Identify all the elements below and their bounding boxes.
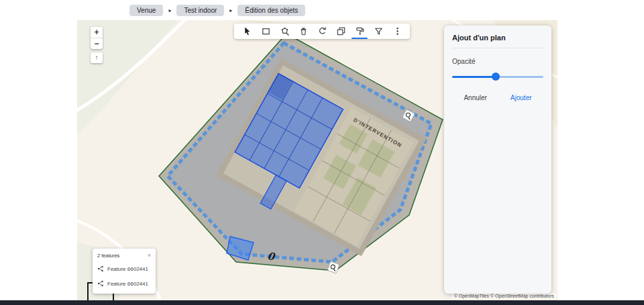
select-tool-button[interactable]	[237, 24, 256, 39]
rectangle-tool-button[interactable]	[256, 24, 275, 39]
kebab-menu-icon	[392, 26, 402, 36]
delete-tool-button[interactable]	[294, 24, 313, 39]
opacity-slider-thumb[interactable]	[492, 73, 500, 81]
breadcrumb-item-edition-objets[interactable]: Édition des objets	[237, 5, 305, 16]
cancel-button[interactable]: Annuler	[460, 92, 490, 103]
opacity-slider-fill	[452, 76, 496, 78]
breadcrumb: Venue ▸ Test indoor ▸ Édition des objets	[129, 5, 305, 16]
panel-title: Ajout d'un plan	[452, 34, 543, 42]
draw-polygon-tool-button[interactable]	[275, 24, 294, 39]
paint-tool-button[interactable]	[350, 24, 369, 39]
feature-label: Feature 6602441	[107, 266, 148, 272]
features-popup-header: 2 features ×	[93, 249, 156, 261]
features-popup: 2 features × Feature 6602441 Feature 660…	[93, 249, 156, 294]
feature-list-item[interactable]: Feature 6602441	[93, 276, 156, 291]
rectangle-icon	[261, 26, 271, 36]
filter-tool-button[interactable]	[369, 24, 388, 39]
divider	[452, 48, 543, 48]
features-popup-title: 2 features	[97, 253, 119, 259]
more-options-button[interactable]	[388, 24, 407, 39]
rotate-tool-button[interactable]	[313, 24, 331, 39]
opacity-slider[interactable]	[452, 73, 543, 81]
zoom-control: + −	[91, 27, 103, 49]
trash-icon	[299, 26, 309, 36]
feature-list-item[interactable]: Feature 6602441	[93, 261, 156, 276]
edit-toolbar	[234, 24, 410, 39]
panel-actions: Annuler Ajouter	[452, 92, 543, 103]
breadcrumb-item-test-indoor[interactable]: Test indoor	[176, 5, 224, 16]
rotate-icon	[317, 26, 327, 36]
breadcrumb-item-venue[interactable]: Venue	[129, 5, 163, 16]
cursor-icon	[242, 26, 252, 36]
add-button[interactable]: Ajouter	[506, 92, 536, 103]
feature-label: Feature 6602441	[107, 281, 148, 287]
zoom-in-button[interactable]: +	[91, 27, 103, 38]
close-icon[interactable]: ×	[148, 253, 151, 258]
zoom-out-button[interactable]: −	[91, 38, 103, 49]
chevron-right-icon: ▸	[229, 7, 232, 13]
filter-icon	[374, 26, 384, 36]
share-icon	[97, 265, 104, 272]
opacity-label: Opacité	[452, 58, 543, 65]
paint-roller-icon	[355, 26, 365, 36]
bottom-window-strip	[0, 300, 644, 305]
add-plan-panel: Ajout d'un plan Opacité Annuler Ajouter	[444, 26, 551, 294]
copy-icon	[336, 26, 346, 36]
top-bar: Venue ▸ Test indoor ▸ Édition des objets	[0, 0, 644, 20]
draw-polygon-icon	[280, 26, 290, 36]
duplicate-tool-button[interactable]	[331, 24, 350, 39]
locate-button[interactable]: ↑	[91, 52, 103, 63]
share-icon	[97, 280, 104, 287]
map-attribution: © OpenMapTiles © OpenStreetMap contribut…	[452, 294, 556, 298]
chevron-right-icon: ▸	[168, 7, 171, 13]
